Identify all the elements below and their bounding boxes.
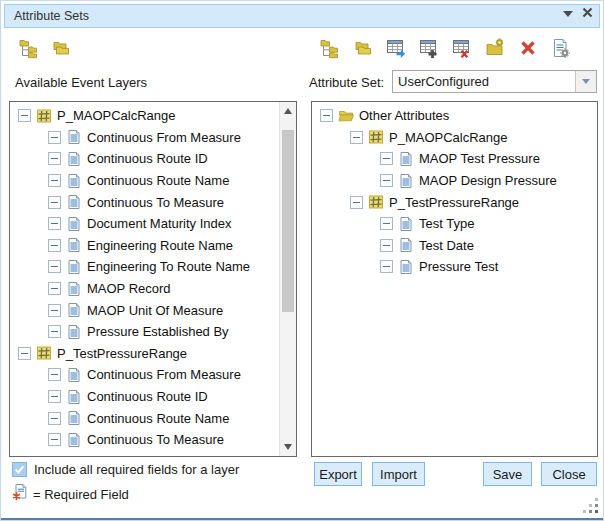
minus-icon: [51, 266, 58, 267]
expand-collapse-box[interactable]: [48, 239, 61, 252]
expand-collapse-box[interactable]: [320, 109, 333, 122]
tree-item[interactable]: Continuous Route Name: [10, 170, 279, 192]
tree-folders-icon: [319, 37, 341, 59]
tree-item[interactable]: Engineering To Route Name: [10, 256, 279, 278]
tree-item[interactable]: Engineering Route Name: [10, 235, 279, 257]
tree-item[interactable]: MAOP Design Pressure: [312, 170, 597, 192]
new-attribute-set-button[interactable]: [484, 37, 506, 59]
expand-collapse-box[interactable]: [48, 325, 61, 338]
save-button[interactable]: Save: [483, 462, 532, 486]
tree-item[interactable]: P_MAOPCalcRange: [10, 105, 279, 127]
expand-collapse-box[interactable]: [18, 347, 31, 360]
expand-collapse-box[interactable]: [48, 390, 61, 403]
scroll-down-arrow[interactable]: [280, 439, 296, 455]
close-icon[interactable]: [580, 5, 595, 20]
tree-item[interactable]: Document Maturity Index: [10, 213, 279, 235]
tree-item[interactable]: Other Attributes: [312, 105, 597, 127]
attribute-set-dropdown[interactable]: UserConfigured: [392, 70, 597, 93]
tree-item[interactable]: Continuous Route ID: [10, 386, 279, 408]
tree-item[interactable]: P_MAOPCalcRange: [312, 127, 597, 149]
expand-collapse-box[interactable]: [18, 109, 31, 122]
scroll-up-arrow[interactable]: [280, 103, 296, 119]
table-arrow-icon: [385, 37, 407, 59]
tree-item[interactable]: Continuous From Measure: [10, 364, 279, 386]
tree-item[interactable]: Continuous To Measure: [10, 191, 279, 213]
export-table-button[interactable]: [385, 37, 407, 59]
tree-item[interactable]: MAOP Unit Of Measure: [10, 299, 279, 321]
tree-item[interactable]: Test Type: [312, 213, 597, 235]
tree-item[interactable]: Continuous Route ID: [10, 148, 279, 170]
expand-collapse-box[interactable]: [350, 131, 363, 144]
expand-collapse-box[interactable]: [380, 260, 393, 273]
tree-item[interactable]: MAOP Test Pressure: [312, 148, 597, 170]
tree-item-label: Continuous To Measure: [87, 432, 224, 447]
minus-icon: [51, 374, 58, 375]
add-table-button[interactable]: [418, 37, 440, 59]
field-icon: [66, 324, 82, 340]
tree-item[interactable]: Continuous Route Name: [10, 407, 279, 429]
include-required-fields-checkbox[interactable]: [12, 462, 27, 477]
table-x-icon: [451, 37, 473, 59]
expand-collapse-box[interactable]: [48, 433, 61, 446]
tree-item[interactable]: MAOP Record: [10, 278, 279, 300]
properties-button[interactable]: [550, 37, 572, 59]
expand-collapse-box[interactable]: [380, 174, 393, 187]
close-button[interactable]: Close: [541, 462, 597, 486]
expand-collapse-box[interactable]: [48, 304, 61, 317]
titlebar: Attribute Sets: [4, 4, 600, 28]
available-event-layers-tree: P_MAOPCalcRangeContinuous From MeasureCo…: [10, 102, 279, 456]
required-field-legend: = Required Field: [33, 487, 129, 502]
toolbar-left: [18, 37, 72, 59]
layer-icon: [368, 129, 384, 145]
minus-icon: [51, 223, 58, 224]
tree-layout-button[interactable]: [319, 37, 341, 59]
folder-group-button[interactable]: [352, 37, 374, 59]
expand-collapse-box[interactable]: [48, 174, 61, 187]
expand-collapse-box[interactable]: [350, 196, 363, 209]
tree-item-label: MAOP Design Pressure: [419, 173, 557, 188]
tree-item-label: Pressure Established By: [87, 324, 229, 339]
collapse-caret-icon[interactable]: [563, 11, 573, 17]
expand-collapse-box[interactable]: [380, 239, 393, 252]
tree-item[interactable]: Test Date: [312, 235, 597, 257]
minus-icon: [51, 180, 58, 181]
left-panel-scrollbar[interactable]: [279, 102, 296, 456]
expand-collapse-box[interactable]: [48, 152, 61, 165]
folder-gear-icon: [484, 37, 506, 59]
attribute-sets-window: Attribute Sets Available Event Layers At…: [0, 0, 604, 521]
minus-icon: [51, 245, 58, 246]
tree-item[interactable]: P_TestPressureRange: [10, 343, 279, 365]
dropdown-arrow-button[interactable]: [575, 71, 596, 92]
expand-collapse-box[interactable]: [380, 152, 393, 165]
scrollbar-thumb[interactable]: [282, 130, 294, 312]
expand-collapse-box[interactable]: [48, 131, 61, 144]
export-button[interactable]: Export: [314, 462, 362, 486]
tree-item[interactable]: Continuous From Measure: [10, 127, 279, 149]
remove-table-button[interactable]: [451, 37, 473, 59]
import-button[interactable]: Import: [372, 462, 425, 486]
expand-collapse-box[interactable]: [48, 368, 61, 381]
minus-icon: [51, 158, 58, 159]
expand-collapse-box[interactable]: [48, 412, 61, 425]
tree-item[interactable]: P_TestPressureRange: [312, 191, 597, 213]
tree-layout-button[interactable]: [18, 37, 40, 59]
minus-icon: [353, 202, 360, 203]
expand-collapse-box[interactable]: [48, 260, 61, 273]
minus-icon: [51, 331, 58, 332]
minus-icon: [51, 439, 58, 440]
expand-collapse-box[interactable]: [48, 217, 61, 230]
expand-collapse-box[interactable]: [48, 196, 61, 209]
expand-collapse-box[interactable]: [48, 282, 61, 295]
expand-collapse-box[interactable]: [380, 217, 393, 230]
tree-item[interactable]: Pressure Established By: [10, 321, 279, 343]
tree-item[interactable]: Continuous To Measure: [10, 429, 279, 451]
include-required-fields-label: Include all required fields for a layer: [34, 462, 239, 477]
tree-folders-icon: [18, 37, 40, 59]
field-icon: [398, 173, 414, 189]
attribute-set-tree: Other AttributesP_MAOPCalcRangeMAOP Test…: [312, 102, 597, 456]
tree-item[interactable]: Pressure Test: [312, 256, 597, 278]
folder-group-button[interactable]: [50, 37, 72, 59]
resize-grip[interactable]: [582, 498, 598, 514]
chevron-down-icon: [582, 79, 590, 84]
delete-button[interactable]: [517, 37, 539, 59]
